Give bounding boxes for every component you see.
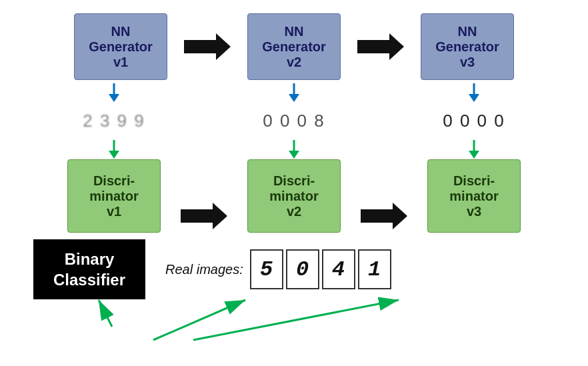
svg-marker-15 <box>469 151 479 159</box>
col1-middle: 2 3 9 9 Discri- minator v1 <box>54 83 174 233</box>
arrow-gen1-to-gen2 <box>181 30 234 63</box>
svg-marker-13 <box>469 94 479 102</box>
digit-5: 5 <box>250 249 283 289</box>
svg-marker-5 <box>109 151 119 159</box>
svg-line-18 <box>153 300 245 340</box>
green-arrow-1 <box>106 139 122 159</box>
nn-generator-v1: NN Generator v1 <box>74 13 167 80</box>
col-2: NN Generator v2 <box>234 13 354 80</box>
col3-middle: 0 0 0 0 Discri- minator v3 <box>414 83 534 233</box>
svg-marker-1 <box>357 33 404 60</box>
svg-line-17 <box>99 300 112 327</box>
arrow-disc2-to-disc3 <box>354 83 414 233</box>
svg-marker-10 <box>289 151 299 159</box>
svg-marker-0 <box>184 33 231 60</box>
real-images-label: Real images: <box>165 262 243 277</box>
green-arrow-3 <box>466 139 482 159</box>
arrow-disc1-to-disc2 <box>174 83 234 233</box>
svg-marker-8 <box>289 94 299 102</box>
real-images-section: Real images: 5 0 4 1 <box>165 249 394 289</box>
svg-marker-6 <box>181 203 227 229</box>
discriminator-v2: Discri- minator v2 <box>247 159 341 233</box>
svg-line-19 <box>193 300 399 340</box>
binary-classifier-label: Binary Classifier <box>33 239 145 299</box>
nn-generator-v2: NN Generator v2 <box>247 13 341 80</box>
blue-arrow-2 <box>286 83 302 103</box>
discriminator-v1: Discri- minator v1 <box>67 159 161 233</box>
digit-0: 0 <box>286 249 319 289</box>
nn-generator-v3: NN Generator v3 <box>421 13 514 80</box>
col2-middle: 0 0 0 8 Discri- minator v2 <box>234 83 354 233</box>
generated-images-1: 2 3 9 9 <box>83 103 145 139</box>
blue-arrow-1 <box>106 83 122 103</box>
col-1: NN Generator v1 <box>61 13 181 80</box>
discriminator-v3: Discri- minator v3 <box>427 159 521 233</box>
generated-images-2: 0 0 0 8 <box>263 103 325 139</box>
svg-marker-3 <box>109 94 119 102</box>
blue-arrow-3 <box>466 83 482 103</box>
arrow-gen2-to-gen3 <box>354 30 407 63</box>
col-3: NN Generator v3 <box>407 13 527 80</box>
green-arrow-2 <box>286 139 302 159</box>
svg-marker-11 <box>361 203 407 229</box>
generated-images-3: 0 0 0 0 <box>443 103 505 139</box>
digit-4: 4 <box>322 249 355 289</box>
bottom-row: Binary Classifier Real images: 5 0 4 1 <box>20 239 568 299</box>
generators-row: NN Generator v1 NN Generator v2 <box>20 13 568 80</box>
digit-1: 1 <box>358 249 391 289</box>
diagram: NN Generator v1 NN Generator v2 <box>0 0 588 366</box>
